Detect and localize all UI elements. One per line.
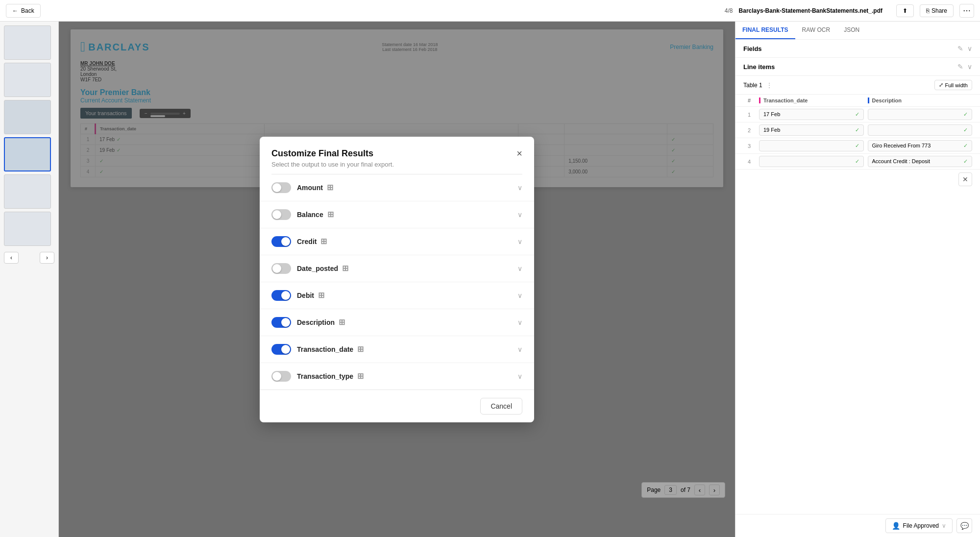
- toggle-credit[interactable]: [271, 236, 291, 247]
- top-bar: ← Back 4/8 Barclays-Bank-Statement-BankS…: [0, 0, 980, 22]
- approved-chevron-icon: ∨: [942, 522, 946, 529]
- toggle-label-description: Description ⊞: [297, 317, 512, 327]
- chevron-icon-transaction-type: ∨: [517, 372, 522, 380]
- panel-row-2: 2 19 Feb✓ ✓: [735, 122, 980, 138]
- toggle-transaction-date[interactable]: [271, 344, 291, 355]
- field-label-amount: Amount: [297, 184, 323, 192]
- toggle-label-amount: Amount ⊞: [297, 183, 512, 192]
- row1-date-cell: 17 Feb✓: [759, 109, 864, 120]
- customize-modal: Customize Final Results Select the outpu…: [260, 137, 534, 422]
- modal-close-button[interactable]: ×: [516, 148, 522, 158]
- toggle-amount[interactable]: [271, 182, 291, 193]
- document-area: 𓅸 BARCLAYS Statement date 16 Mar 2018 La…: [59, 22, 735, 537]
- tab-final-results[interactable]: FINAL RESULTS: [735, 22, 795, 39]
- thumbnail-5[interactable]: [4, 174, 51, 209]
- row1-num: 1: [743, 112, 755, 118]
- toggle-row-transaction-type: Transaction_type ⊞ ∨: [260, 363, 534, 390]
- thumbnail-1[interactable]: [4, 25, 51, 60]
- back-label: Back: [21, 7, 34, 14]
- table-icon-transaction-type: ⊞: [357, 371, 364, 381]
- toggle-label-transaction-type: Transaction_type ⊞: [297, 371, 512, 381]
- table-icon-description: ⊞: [339, 317, 345, 327]
- back-arrow-icon: ←: [12, 7, 18, 14]
- toggle-label-debit: Debit ⊞: [297, 291, 512, 300]
- toggle-row-description: Description ⊞ ∨: [260, 309, 534, 336]
- row3-desc-cell: Giro Received From 773✓: [868, 140, 973, 151]
- full-width-button[interactable]: ⤢ Full width: [934, 80, 972, 90]
- modal-body: Amount ⊞ ∨ Balance ⊞: [260, 174, 534, 390]
- close-table-row: ✕: [735, 170, 980, 189]
- table-icon-transaction-date: ⊞: [357, 344, 364, 354]
- thumbnail-3[interactable]: [4, 100, 51, 134]
- table-icon-credit: ⊞: [320, 237, 327, 246]
- table-more-icon[interactable]: ⋮: [766, 82, 772, 89]
- chevron-icon-credit: ∨: [517, 238, 522, 245]
- chevron-icon-date-posted: ∨: [517, 265, 522, 272]
- field-label-credit: Credit: [297, 238, 317, 245]
- panel-row-1: 1 17 Feb✓ ✓: [735, 107, 980, 122]
- thumbnail-nav: ‹ ›: [4, 249, 54, 267]
- share-button[interactable]: ⎘ Share: [920, 4, 954, 17]
- modal-overlay: Customize Final Results Select the outpu…: [59, 22, 735, 537]
- full-width-label: Full width: [945, 82, 968, 88]
- panel-row-3: 3 ✓ Giro Received From 773✓: [735, 138, 980, 154]
- comment-icon: 💬: [960, 522, 969, 530]
- bottom-action-bar: 👤 File Approved ∨ 💬: [735, 514, 980, 537]
- comment-button[interactable]: 💬: [956, 518, 972, 533]
- col-description-header: Description: [868, 98, 973, 103]
- chevron-icon-amount: ∨: [517, 184, 522, 192]
- right-panel: FINAL RESULTS RAW OCR JSON Fields ✎ ∨ Li…: [735, 22, 980, 537]
- next-thumbnail-button[interactable]: ›: [40, 252, 54, 264]
- collapse-fields-icon[interactable]: ∨: [967, 45, 972, 52]
- share-label: Share: [931, 7, 947, 14]
- toggle-debit[interactable]: [271, 290, 291, 301]
- toggle-label-transaction-date: Transaction_date ⊞: [297, 344, 512, 354]
- modal-subtitle: Select the output to use in your final e…: [271, 161, 394, 168]
- thumbnail-6[interactable]: [4, 212, 51, 246]
- row3-date-cell: ✓: [759, 140, 864, 151]
- file-approved-button[interactable]: 👤 File Approved ∨: [885, 518, 953, 533]
- table-label: Table 1: [743, 82, 762, 89]
- table-icon-amount: ⊞: [327, 183, 333, 192]
- field-label-transaction-date: Transaction_date: [297, 345, 353, 353]
- col-num-header: #: [743, 98, 755, 103]
- row1-desc-cell: ✓: [868, 109, 973, 120]
- thumbnail-4[interactable]: [4, 137, 51, 171]
- more-options-button[interactable]: ⋯: [959, 4, 974, 18]
- back-button[interactable]: ← Back: [6, 4, 41, 18]
- cancel-button[interactable]: Cancel: [480, 398, 522, 415]
- chevron-icon-debit: ∨: [517, 292, 522, 299]
- field-label-balance: Balance: [297, 211, 323, 219]
- tab-json[interactable]: JSON: [837, 22, 866, 39]
- approved-icon: 👤: [892, 522, 900, 530]
- edit-line-items-icon[interactable]: ✎: [957, 63, 963, 71]
- thumbnails-sidebar: ‹ ›: [0, 22, 59, 537]
- file-name: Barclays-Bank-Statement-BankStatements.n…: [739, 7, 882, 14]
- file-page-count: 4/8: [725, 7, 733, 14]
- tab-raw-ocr[interactable]: RAW OCR: [795, 22, 837, 39]
- toggle-label-credit: Credit ⊞: [297, 237, 512, 246]
- close-table-button[interactable]: ✕: [958, 172, 972, 186]
- thumbnail-2[interactable]: [4, 63, 51, 97]
- toggle-description[interactable]: [271, 317, 291, 328]
- toggle-transaction-type[interactable]: [271, 371, 291, 382]
- toggle-date-posted[interactable]: [271, 263, 291, 274]
- row2-date-cell: 19 Feb✓: [759, 124, 864, 136]
- field-label-transaction-type: Transaction_type: [297, 372, 353, 380]
- upload-button[interactable]: ⬆: [896, 4, 914, 17]
- toggle-label-date-posted: Date_posted ⊞: [297, 264, 512, 273]
- toggle-label-balance: Balance ⊞: [297, 210, 512, 219]
- prev-thumbnail-button[interactable]: ‹: [4, 252, 19, 264]
- field-label-description: Description: [297, 318, 335, 326]
- field-label-debit: Debit: [297, 292, 314, 299]
- table-icon-balance: ⊞: [327, 210, 334, 219]
- collapse-line-items-icon[interactable]: ∨: [967, 63, 972, 71]
- edit-fields-icon[interactable]: ✎: [957, 45, 963, 52]
- row2-num: 2: [743, 127, 755, 133]
- col-transaction-date-header: Transaction_date: [759, 98, 864, 103]
- toggle-row-transaction-date: Transaction_date ⊞ ∨: [260, 336, 534, 363]
- modal-footer: Cancel: [260, 390, 534, 422]
- toggle-row-amount: Amount ⊞ ∨: [260, 174, 534, 201]
- toggle-balance[interactable]: [271, 209, 291, 220]
- chevron-icon-description: ∨: [517, 318, 522, 326]
